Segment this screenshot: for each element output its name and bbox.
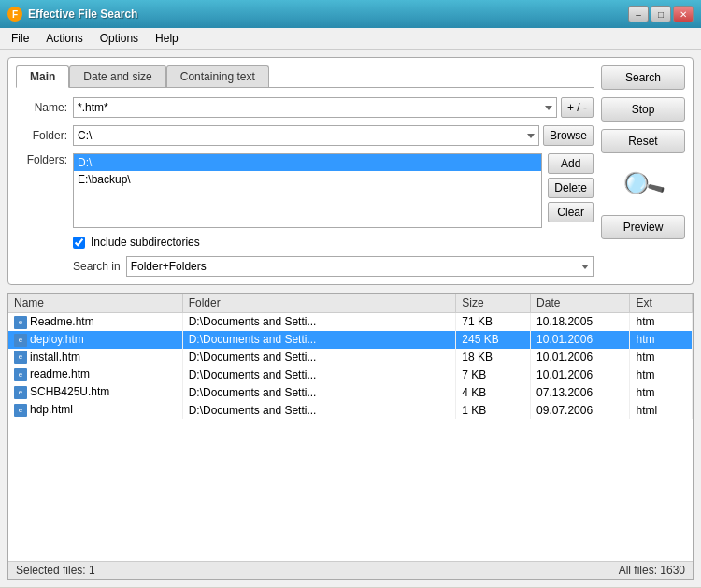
- tabs-and-form: Main Date and size Containing text Name:…: [16, 65, 594, 277]
- include-subdir-checkbox[interactable]: [73, 237, 85, 249]
- menu-bar: File Actions Options Help: [0, 28, 701, 50]
- cell-name: ereadme.htm: [8, 366, 182, 383]
- results-table: Name Folder Size Date Ext eReadme.htmD:\…: [8, 294, 693, 419]
- folder-label: Folder:: [16, 129, 67, 142]
- results-panel: Name Folder Size Date Ext eReadme.htmD:\…: [7, 293, 694, 580]
- table-row[interactable]: eReadme.htmD:\Documents and Setti...71 K…: [8, 313, 693, 331]
- browse-button[interactable]: Browse: [543, 125, 594, 146]
- col-header-folder[interactable]: Folder: [182, 294, 456, 313]
- cell-ext: htm: [630, 366, 693, 383]
- cell-size: 71 KB: [456, 313, 531, 331]
- name-row: Name: *.htm* + / -: [16, 97, 594, 118]
- delete-button[interactable]: Delete: [548, 178, 594, 198]
- file-icon: e: [14, 386, 27, 399]
- results-scroll[interactable]: Name Folder Size Date Ext eReadme.htmD:\…: [8, 294, 693, 561]
- table-row[interactable]: edeploy.htmD:\Documents and Setti...245 …: [8, 331, 693, 349]
- table-row[interactable]: ereadme.htmD:\Documents and Setti...7 KB…: [8, 366, 693, 383]
- tab-date-size[interactable]: Date and size: [69, 65, 165, 87]
- search-in-select[interactable]: Folder+Folders Folder only Folders only: [126, 256, 594, 277]
- all-files-count: All files: 1630: [619, 564, 685, 577]
- name-control-group: *.htm* + / -: [73, 97, 594, 118]
- table-row[interactable]: eSCHB425U.htmD:\Documents and Setti...4 …: [8, 383, 693, 401]
- cell-ext: htm: [630, 313, 693, 331]
- title-bar: F Effective File Search – □ ✕: [0, 0, 701, 28]
- cell-name: ehdp.html: [8, 401, 182, 419]
- cell-size: 7 KB: [456, 366, 531, 383]
- folders-list[interactable]: D:\ E:\backup\: [73, 153, 542, 228]
- include-subdir-row: Include subdirectories: [73, 236, 594, 249]
- app-title: Effective File Search: [28, 7, 137, 21]
- cell-folder: D:\Documents and Setti...: [182, 401, 456, 419]
- menu-help[interactable]: Help: [148, 30, 186, 47]
- menu-file[interactable]: File: [4, 30, 36, 47]
- cell-name: eReadme.htm: [8, 313, 182, 331]
- col-header-date[interactable]: Date: [531, 294, 630, 313]
- file-icon: e: [14, 368, 27, 381]
- search-in-row: Search in Folder+Folders Folder only Fol…: [73, 256, 594, 277]
- menu-actions[interactable]: Actions: [38, 30, 90, 47]
- cell-ext: htm: [630, 331, 693, 349]
- title-controls[interactable]: – □ ✕: [628, 6, 694, 22]
- title-bar-left: F Effective File Search: [7, 7, 137, 22]
- preview-button[interactable]: Preview: [601, 215, 685, 239]
- cell-date: 10.18.2005: [531, 313, 630, 331]
- cell-date: 10.01.2006: [531, 366, 630, 383]
- cell-ext: htm: [630, 383, 693, 401]
- file-icon: e: [14, 316, 27, 329]
- plus-minus-button[interactable]: + / -: [561, 97, 594, 118]
- name-label: Name:: [16, 101, 67, 114]
- folder-control-group: C:\ Browse: [73, 125, 594, 146]
- magnifier-icon: 🔍: [618, 160, 668, 209]
- folder-input[interactable]: C:\: [73, 125, 539, 146]
- name-input[interactable]: *.htm*: [73, 97, 557, 118]
- folder-item-d[interactable]: D:\: [74, 154, 541, 171]
- cell-name: edeploy.htm: [8, 331, 182, 349]
- search-icon-area: 🔍: [601, 161, 685, 208]
- cell-folder: D:\Documents and Setti...: [182, 383, 456, 401]
- app-icon: F: [7, 7, 22, 22]
- folders-label: Folders:: [16, 153, 67, 166]
- cell-size: 1 KB: [456, 401, 531, 419]
- minimize-button[interactable]: –: [628, 6, 649, 22]
- cell-folder: D:\Documents and Setti...: [182, 331, 456, 349]
- cell-date: 07.13.2006: [531, 383, 630, 401]
- search-in-label: Search in: [73, 260, 121, 273]
- cell-date: 09.07.2006: [531, 401, 630, 419]
- top-panel: Main Date and size Containing text Name:…: [7, 57, 694, 285]
- selected-files-count: Selected files: 1: [16, 564, 95, 577]
- include-subdir-label: Include subdirectories: [91, 236, 200, 249]
- add-button[interactable]: Add: [548, 153, 594, 174]
- file-icon: e: [14, 404, 27, 417]
- right-buttons: Search Stop Reset 🔍 Preview: [601, 65, 685, 277]
- col-header-size[interactable]: Size: [456, 294, 531, 313]
- folder-action-buttons: Add Delete Clear: [548, 153, 594, 222]
- maximize-button[interactable]: □: [651, 6, 671, 22]
- stop-button[interactable]: Stop: [601, 97, 685, 122]
- search-button[interactable]: Search: [601, 65, 685, 90]
- tab-containing-text[interactable]: Containing text: [166, 65, 269, 87]
- clear-button[interactable]: Clear: [548, 202, 594, 222]
- cell-date: 10.01.2006: [531, 331, 630, 349]
- status-bar: Selected files: 1 All files: 1630: [8, 561, 693, 579]
- col-header-ext[interactable]: Ext: [630, 294, 693, 313]
- col-header-name[interactable]: Name: [8, 294, 182, 313]
- cell-folder: D:\Documents and Setti...: [182, 313, 456, 331]
- table-row[interactable]: ehdp.htmlD:\Documents and Setti...1 KB09…: [8, 401, 693, 419]
- close-button[interactable]: ✕: [673, 6, 694, 22]
- cell-name: eSCHB425U.htm: [8, 383, 182, 401]
- folder-item-e[interactable]: E:\backup\: [74, 171, 541, 188]
- menu-options[interactable]: Options: [93, 30, 146, 47]
- reset-button[interactable]: Reset: [601, 129, 685, 153]
- table-header-row: Name Folder Size Date Ext: [8, 294, 693, 313]
- table-row[interactable]: einstall.htmD:\Documents and Setti...18 …: [8, 349, 693, 366]
- cell-ext: htm: [630, 349, 693, 366]
- tab-bar: Main Date and size Containing text: [16, 65, 594, 88]
- cell-size: 4 KB: [456, 383, 531, 401]
- tab-main[interactable]: Main: [16, 65, 69, 88]
- folders-row: Folders: D:\ E:\backup\ Add Delete Clear: [16, 153, 594, 228]
- cell-folder: D:\Documents and Setti...: [182, 366, 456, 383]
- cell-name: einstall.htm: [8, 349, 182, 366]
- cell-size: 245 KB: [456, 331, 531, 349]
- window-content: Main Date and size Containing text Name:…: [0, 50, 701, 587]
- cell-size: 18 KB: [456, 349, 531, 366]
